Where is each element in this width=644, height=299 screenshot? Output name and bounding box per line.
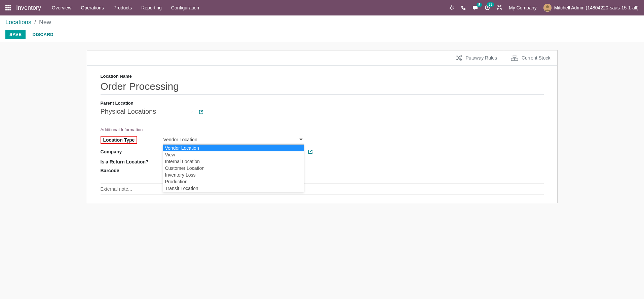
- breadcrumb-current: New: [39, 19, 51, 26]
- dropdown-option[interactable]: Production: [163, 178, 304, 185]
- activities-badge: 33: [487, 2, 494, 7]
- svg-point-9: [450, 7, 453, 9]
- parent-location-label: Parent Location: [101, 101, 544, 106]
- messages-badge: 5: [477, 3, 482, 7]
- messages-icon[interactable]: 5: [472, 5, 478, 10]
- external-link-icon[interactable]: [199, 110, 203, 114]
- svg-rect-7: [7, 9, 9, 10]
- dropdown-option[interactable]: View: [163, 151, 304, 158]
- breadcrumb-separator: /: [34, 19, 36, 26]
- form-sheet: Putaway Rules Current Stock Location Nam…: [87, 50, 558, 203]
- dropdown-option[interactable]: Internal Location: [163, 158, 304, 165]
- svg-rect-2: [9, 5, 11, 6]
- svg-line-11: [450, 7, 450, 7]
- return-location-label: Is a Return Location?: [101, 159, 163, 164]
- company-selector[interactable]: My Company: [509, 5, 536, 10]
- dropdown-option[interactable]: Transit Location: [163, 185, 304, 192]
- debug-icon[interactable]: [449, 5, 454, 10]
- topbar-right: 5 33 My Company Mitchell Admin (14804220…: [449, 4, 639, 12]
- location-name-input[interactable]: [101, 80, 544, 95]
- section-additional-info: Additional Information: [101, 127, 544, 132]
- svg-rect-4: [7, 7, 9, 8]
- form-view: Putaway Rules Current Stock Location Nam…: [0, 42, 644, 211]
- location-type-field: Vendor Location View Internal Location C…: [163, 136, 304, 144]
- menu-operations[interactable]: Operations: [81, 5, 104, 10]
- barcode-label: Barcode: [101, 168, 163, 173]
- app-title[interactable]: Inventory: [16, 4, 41, 11]
- user-name: Mitchell Admin (14804220-saas-15-1-all): [554, 5, 639, 10]
- company-label: Company: [101, 149, 163, 154]
- svg-rect-0: [5, 5, 7, 6]
- location-type-label-cell: Location Type: [101, 136, 163, 144]
- svg-point-17: [546, 5, 549, 8]
- avatar: [543, 4, 552, 12]
- phone-icon[interactable]: [461, 5, 466, 10]
- form-table: Location Type Vendor Location View Inter…: [101, 136, 544, 173]
- main-menu: Overview Operations Products Reporting C…: [52, 5, 199, 10]
- apps-icon[interactable]: [5, 5, 11, 10]
- current-stock-button[interactable]: Current Stock: [504, 50, 557, 65]
- svg-rect-8: [9, 9, 11, 10]
- external-link-icon[interactable]: [308, 149, 313, 154]
- row-location-type: Location Type Vendor Location View Inter…: [101, 136, 544, 144]
- dropdown-option[interactable]: Inventory Loss: [163, 172, 304, 178]
- svg-rect-18: [513, 55, 516, 58]
- tools-icon[interactable]: [497, 5, 502, 10]
- current-stock-label: Current Stock: [522, 55, 551, 61]
- button-box: Putaway Rules Current Stock: [87, 50, 557, 66]
- putaway-rules-label: Putaway Rules: [466, 55, 497, 61]
- control-buttons: SAVE DISCARD: [5, 30, 639, 42]
- activities-icon[interactable]: 33: [485, 5, 490, 10]
- svg-rect-3: [5, 7, 7, 8]
- menu-configuration[interactable]: Configuration: [171, 5, 199, 10]
- shuffle-icon: [455, 55, 462, 61]
- breadcrumb: Locations / New: [5, 19, 639, 26]
- breadcrumb-parent[interactable]: Locations: [5, 19, 31, 26]
- control-panel: Locations / New SAVE DISCARD: [0, 15, 644, 42]
- parent-location-input[interactable]: [101, 107, 195, 117]
- save-button[interactable]: SAVE: [5, 30, 26, 39]
- svg-rect-5: [9, 7, 11, 8]
- user-menu[interactable]: Mitchell Admin (14804220-saas-15-1-all): [543, 4, 639, 12]
- discard-button[interactable]: DISCARD: [28, 30, 58, 39]
- menu-overview[interactable]: Overview: [52, 5, 71, 10]
- dropdown-option[interactable]: Vendor Location: [163, 145, 304, 151]
- location-type-select[interactable]: [163, 136, 304, 144]
- svg-rect-20: [515, 58, 518, 61]
- dropdown-option[interactable]: Customer Location: [163, 165, 304, 172]
- svg-line-12: [453, 7, 454, 7]
- svg-rect-19: [511, 58, 514, 61]
- svg-rect-6: [5, 9, 7, 10]
- sheet-body: Location Name Parent Location Additional…: [87, 66, 557, 203]
- menu-products[interactable]: Products: [113, 5, 132, 10]
- menu-reporting[interactable]: Reporting: [141, 5, 162, 10]
- putaway-rules-button[interactable]: Putaway Rules: [448, 50, 504, 65]
- topbar: Inventory Overview Operations Products R…: [0, 0, 644, 15]
- parent-location-block: Parent Location: [101, 101, 544, 117]
- svg-rect-1: [7, 5, 9, 6]
- boxes-icon: [511, 54, 518, 61]
- location-type-label: Location Type: [101, 136, 138, 144]
- location-type-dropdown: Vendor Location View Internal Location C…: [163, 144, 304, 192]
- location-name-label: Location Name: [101, 74, 544, 79]
